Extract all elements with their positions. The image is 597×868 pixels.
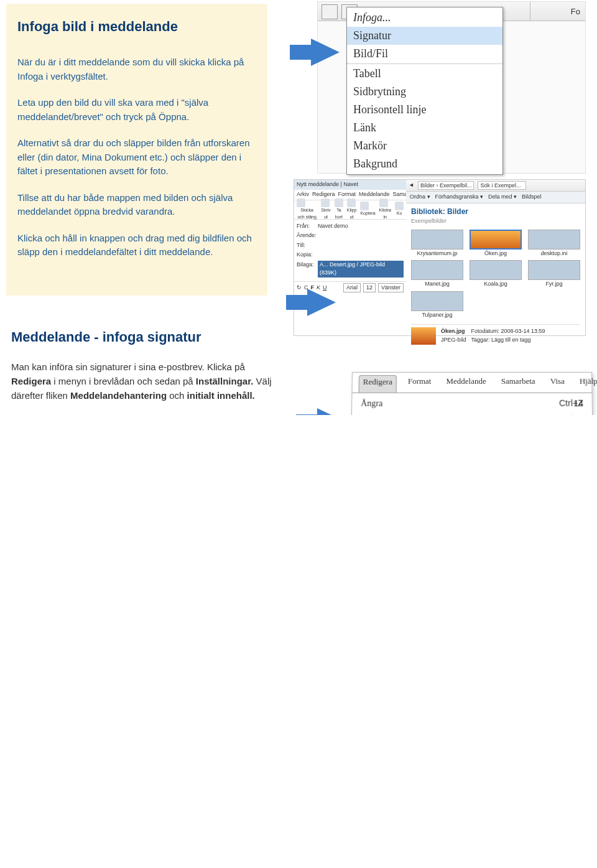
label-cc: Kopia: <box>297 251 318 259</box>
menu-item[interactable]: Bild/Fil <box>347 45 502 63</box>
tab[interactable]: Samarbeta <box>497 375 539 393</box>
pointer-arrow-icon <box>317 408 346 415</box>
section2-body: Man kan införa sin signaturer i sina e-p… <box>11 360 272 403</box>
thumbnail[interactable]: Koala.jpg <box>470 260 522 289</box>
toolbar-btn[interactable]: Klistra in <box>379 198 391 220</box>
toolbar-right-label: Fo <box>571 6 580 18</box>
menu-item[interactable]: Tabell <box>347 65 502 83</box>
toolbar-btn[interactable]: Klipp ut <box>347 198 357 220</box>
tab[interactable]: Redigera <box>359 375 397 393</box>
callout-p1: När du är i ditt meddelande som du vill … <box>17 55 252 83</box>
value-attachment[interactable]: A... Desert.jpg / JPEG-bild (839K) <box>318 261 404 278</box>
library-subtitle: Exempelbilder <box>406 217 585 228</box>
explorer-btnbar[interactable]: Ordna ▾ Förhandsgranska ▾ Dela med ▾ Bil… <box>406 192 585 203</box>
thumbnail[interactable]: Manet.jpg <box>411 260 463 289</box>
menubar-item[interactable]: Redigera <box>312 190 335 199</box>
label-from: Från: <box>297 222 318 231</box>
redigera-tabs[interactable]: RedigeraFormatMeddelandeSamarbetaVisaHjä… <box>352 373 591 393</box>
value-cc[interactable] <box>318 251 404 259</box>
font-select[interactable]: Arial <box>343 283 361 293</box>
library-title: Bibliotek: Bilder <box>406 203 585 217</box>
menu-item[interactable]: Sidbrytning <box>347 83 502 101</box>
file-explorer-pane: ◄ Bilder › Exempelbil... Sök i Exempel..… <box>406 180 585 335</box>
label-to: Till: <box>297 241 318 250</box>
nav-back-icon[interactable]: ◄ <box>409 181 414 190</box>
page-number: 14 <box>573 397 583 410</box>
toolbar-btn[interactable]: Kopiera <box>360 202 375 217</box>
toolbar-divider <box>530 2 530 21</box>
callout-p4: Tillse att du har både mappen med bilden… <box>17 191 252 219</box>
thumbnails-grid[interactable]: Krysantemum.jpÖken.jpgdesktop.iniManet.j… <box>406 228 585 321</box>
detail-tag-label: Taggar: <box>471 337 490 343</box>
menubar-item[interactable]: Arkiv <box>297 190 309 199</box>
tab[interactable]: Format <box>404 375 435 393</box>
align-select[interactable]: Vänster <box>378 283 404 293</box>
bildspel-button[interactable]: Bildspel <box>522 193 542 202</box>
callout-p5: Klicka och håll in knappen och drag med … <box>17 231 252 259</box>
toolbar-btn[interactable]: Ko <box>395 202 404 217</box>
ordna-button[interactable]: Ordna ▾ <box>410 193 430 202</box>
toolbar-btn[interactable]: Skriv ut <box>321 198 331 220</box>
search-input[interactable]: Sök i Exempel... <box>478 181 526 190</box>
menu-item[interactable]: Markör <box>347 137 502 155</box>
value-to[interactable] <box>318 241 404 250</box>
menu-item[interactable]: Horisontell linje <box>347 101 502 119</box>
label-subject: Ärende: <box>297 231 318 240</box>
dela-button[interactable]: Dela med ▾ <box>488 193 517 202</box>
screenshot-redigera-menu: RedigeraFormatMeddelandeSamarbetaVisaHjä… <box>346 372 597 415</box>
thumbnail[interactable]: Öken.jpg <box>470 230 522 258</box>
file-details: Öken.jpg JPEG-bild Fotodatum: 2008-03-14… <box>411 324 580 345</box>
window-title: Nytt meddelande | Navet <box>294 180 406 190</box>
callout-heading: Infoga bild i meddelande <box>17 16 252 37</box>
breadcrumb[interactable]: Bilder › Exempelbil... <box>418 181 474 190</box>
callout-infoga-bild: Infoga bild i meddelande När du är i dit… <box>6 4 267 296</box>
thumbnail[interactable]: Fyr.jpg <box>528 260 580 289</box>
detail-tag[interactable]: Lägg till en tagg <box>491 337 531 343</box>
mail-fields: Från:Navet demo Ärende: Till: Kopia: Bil… <box>294 220 406 280</box>
toolbar-btn[interactable] <box>322 4 338 19</box>
redigera-menu[interactable]: ÅngraCtrl+ZGör omCtrl+YÅtergå till spara… <box>346 393 597 415</box>
thumbnail[interactable]: Tulpaner.jpg <box>411 291 463 320</box>
thumbnail[interactable]: desktop.ini <box>528 230 580 258</box>
tab[interactable]: Visa <box>547 375 568 393</box>
preview-button[interactable]: Förhandsgranska ▾ <box>435 193 484 202</box>
screenshot-explorer: Nytt meddelande | Navet ArkivRedigeraFor… <box>294 179 586 336</box>
pointer-arrow-icon <box>307 289 336 316</box>
mail-toolbar[interactable]: Skicka och stängSkriv utTa bortKlipp utK… <box>294 200 406 220</box>
menu-item[interactable]: ÅngraCtrl+Z <box>352 396 592 411</box>
toolbar-btn[interactable]: Skicka och stäng <box>297 198 317 220</box>
menu-item[interactable]: Gör omCtrl+Y <box>352 411 593 416</box>
infoga-dropdown[interactable]: Infoga...SignaturBild/FilTabellSidbrytni… <box>346 7 503 175</box>
size-select[interactable]: 12 <box>363 283 376 293</box>
tab[interactable]: Meddelande <box>442 375 489 393</box>
detail-date-label: Fotodatum: <box>471 328 500 334</box>
toolbar-btn[interactable]: Ta bort <box>335 198 343 220</box>
detail-name: Öken.jpg <box>441 328 465 334</box>
label-att: Bilaga: <box>297 261 318 278</box>
menubar-item[interactable]: Format <box>338 190 356 199</box>
detail-type: JPEG-bild <box>441 336 466 345</box>
menubar-item[interactable]: Meddelande <box>359 190 390 199</box>
menu-item[interactable]: Länk <box>347 119 502 137</box>
explorer-topbar[interactable]: ◄ Bilder › Exempelbil... Sök i Exempel..… <box>406 180 585 192</box>
menu-item[interactable]: Signatur <box>347 27 502 45</box>
callout-p3: Alternativt så drar du och släpper bilde… <box>17 136 252 179</box>
screenshot-infoga-menu: Fo Infoga...SignaturBild/FilTabellSidbry… <box>317 1 586 174</box>
thumbnail[interactable]: Krysantemum.jp <box>411 230 463 258</box>
value-subject[interactable] <box>318 231 404 240</box>
detail-date: 2008-03-14 13:59 <box>501 328 545 334</box>
pointer-arrow-icon <box>311 39 340 66</box>
value-from: Navet demo <box>318 222 404 231</box>
tab[interactable]: Hjälp <box>576 375 597 393</box>
callout-p2: Leta upp den bild du vill ska vara med i… <box>17 96 252 124</box>
menu-item[interactable]: Bakgrund <box>347 155 502 173</box>
detail-thumb <box>411 327 436 345</box>
menu-item[interactable]: Infoga... <box>347 9 502 27</box>
